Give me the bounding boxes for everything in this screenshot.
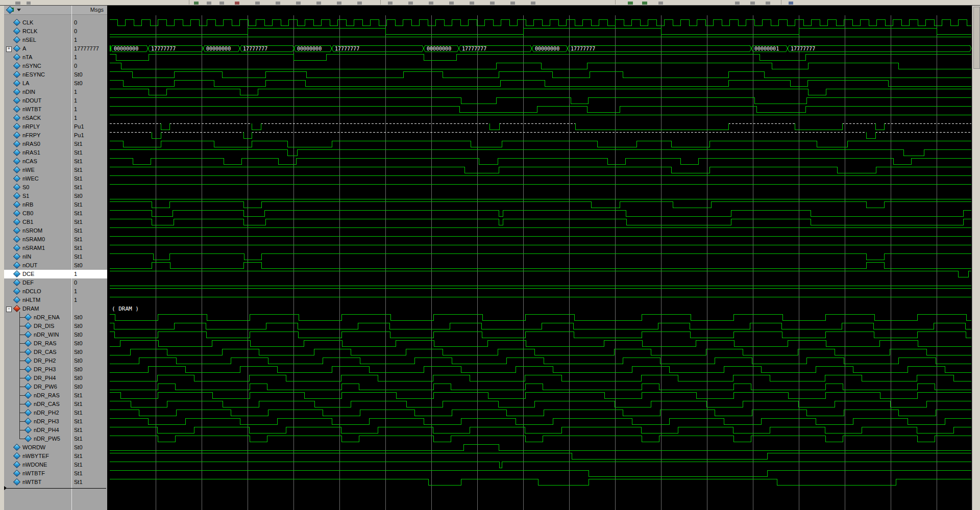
signal-diamond-icon (13, 62, 20, 69)
signal-row[interactable]: nWTBTFSt1 (4, 469, 107, 478)
signal-name-label: nRAS0 (22, 140, 40, 148)
svg-text:17777777: 17777777 (462, 46, 486, 52)
signal-name-label: nWBYTEF (22, 452, 49, 460)
signal-name-label: nDIN (22, 88, 35, 96)
signal-row[interactable]: nESYNCSt0 (4, 70, 107, 79)
signal-name-label: CB1 (22, 218, 33, 226)
signal-diamond-icon (13, 201, 20, 208)
signal-value: 1 (74, 270, 106, 278)
signal-value: St0 (74, 357, 106, 365)
signal-name-label: DR_PH3 (34, 366, 56, 373)
signal-diamond-icon (24, 374, 32, 381)
signal-row[interactable]: nSYNC0 (4, 62, 107, 70)
signal-name-label: DR_CAS (34, 348, 57, 356)
signal-row[interactable]: nDIN1 (4, 88, 107, 96)
signal-name-label: nRB (22, 201, 33, 209)
toolbar-icon-fragment (357, 2, 362, 5)
signal-diamond-icon (13, 296, 20, 303)
signal-value: St1 (74, 201, 106, 209)
signal-row[interactable]: nWDONESt1 (4, 461, 107, 469)
signal-row[interactable]: DCE1 (4, 270, 107, 278)
signal-name-label: WORDW (22, 444, 45, 451)
group-tree-stub (19, 361, 26, 361)
signal-row[interactable]: nWECSt1 (4, 174, 107, 183)
signal-row[interactable]: nRPLYPu1 (4, 122, 107, 131)
signal-name-label: nSYNC (22, 62, 41, 70)
signal-value: 1 (74, 296, 106, 304)
signal-name-label: DCE (22, 270, 34, 278)
signal-name-label: nWTBT (22, 478, 41, 486)
signal-row[interactable]: nSRAM1St1 (4, 244, 107, 252)
signal-row[interactable]: DEF0 (4, 278, 107, 287)
signal-row[interactable]: +A17777777 (4, 44, 107, 53)
signal-row[interactable]: S1St0 (4, 192, 107, 200)
signal-row[interactable]: nSROMSt1 (4, 226, 107, 235)
msgs-column-header: Msgs (72, 6, 104, 14)
signal-row[interactable]: nFRPYPu1 (4, 131, 107, 140)
signal-row[interactable]: nINSt1 (4, 252, 107, 261)
signal-row[interactable]: S0St1 (4, 183, 107, 192)
signal-row[interactable]: nSRAM0St1 (4, 235, 107, 244)
signal-diamond-icon (13, 262, 20, 269)
signal-row[interactable]: nCASSt1 (4, 157, 107, 166)
toolbar-icon-fragment (470, 2, 474, 5)
signal-row[interactable]: nRAS1St1 (4, 148, 107, 157)
signal-row[interactable]: nWTBTSt1 (4, 478, 107, 487)
svg-text:00000001: 00000001 (754, 46, 779, 52)
svg-text:00000000: 00000000 (297, 46, 322, 52)
signal-value: St1 (74, 149, 106, 157)
signal-value: St1 (74, 175, 106, 183)
signal-value: 1 (74, 106, 106, 113)
signal-row[interactable]: CB0St1 (4, 209, 107, 218)
signal-name-label: nRPLY (22, 123, 40, 131)
signal-row[interactable]: nRAS0St1 (4, 140, 107, 148)
signal-diamond-icon (13, 175, 20, 182)
signal-diamond-icon (13, 88, 20, 95)
svg-text:17777777: 17777777 (151, 46, 176, 52)
signal-row[interactable]: LASt0 (4, 79, 107, 88)
collapse-icon[interactable]: - (6, 307, 12, 312)
signal-row[interactable]: CLK0 (4, 18, 107, 27)
signal-name-label: nWDONE (22, 461, 47, 469)
signal-row[interactable]: nWESt1 (4, 166, 107, 174)
svg-text:00000000: 00000000 (535, 46, 559, 52)
signal-name-label: nCAS (22, 158, 37, 165)
group-tree-stub (19, 352, 26, 352)
signal-diamond-icon (13, 114, 20, 121)
signal-value: 1 (74, 54, 106, 61)
signal-name-label: nHLTM (22, 296, 40, 304)
signal-row[interactable]: CB1St1 (4, 218, 107, 226)
signal-row[interactable]: RCLK0 (4, 27, 107, 36)
signal-row[interactable]: nDOUT1 (4, 96, 107, 105)
signal-diamond-icon (13, 97, 20, 104)
svg-text:17777777: 17777777 (791, 46, 815, 52)
signal-row[interactable]: WORDWSt0 (4, 443, 107, 452)
expand-icon[interactable]: + (6, 46, 12, 52)
signal-name-label: DR_DIS (34, 322, 54, 330)
vertical-scrollbar[interactable] (972, 6, 980, 510)
signal-value: 1 (74, 36, 106, 44)
signal-name-label: LA (22, 80, 29, 87)
signal-row[interactable]: nWBYTEFSt1 (4, 452, 107, 461)
signal-diamond-icon (13, 461, 20, 468)
wave-window-icon[interactable] (7, 7, 22, 13)
signal-value: St1 (74, 392, 106, 399)
signal-row[interactable]: nTA1 (4, 53, 107, 62)
toolbar-icon-fragment (15, 2, 20, 5)
scrollbar-thumb[interactable] (973, 7, 980, 69)
signal-row[interactable]: nSACK1 (4, 114, 107, 122)
signal-diamond-icon (24, 331, 32, 338)
signal-row[interactable]: nRBSt1 (4, 200, 107, 209)
toolbar-icon-fragment (235, 2, 239, 5)
toolbar-icon-fragment (219, 2, 224, 5)
signal-row[interactable]: nDCLO1 (4, 287, 107, 296)
signal-row[interactable]: nWTBT1 (4, 105, 107, 114)
signal-row[interactable]: nSEL1 (4, 36, 107, 44)
signal-row[interactable]: nOUTSt0 (4, 261, 107, 270)
signal-diamond-icon (13, 28, 20, 35)
insertion-pointer-icon (4, 486, 7, 490)
group-tree-stub (19, 387, 26, 387)
group-tree-stub (19, 413, 26, 413)
signal-row[interactable]: nHLTM1 (4, 296, 107, 304)
wave-canvas[interactable]: 0000000017777777000000001777777700000000… (107, 6, 972, 510)
